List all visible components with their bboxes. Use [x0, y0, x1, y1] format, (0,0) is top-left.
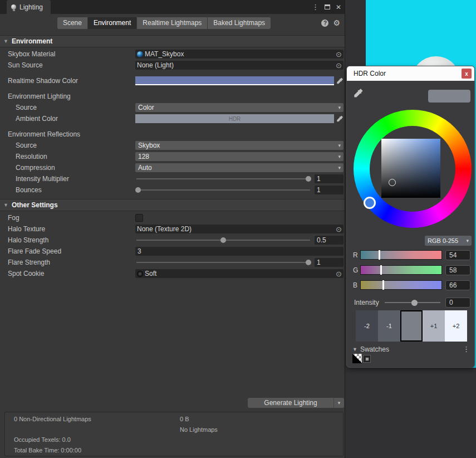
bounces-slider[interactable] — [136, 189, 310, 191]
hdr-tag: HDR — [135, 114, 334, 123]
red-channel-slider[interactable] — [360, 250, 442, 260]
value-field[interactable]: 0.5 — [315, 236, 343, 245]
slider-handle[interactable] — [382, 280, 384, 290]
dropdown-value: Skybox — [138, 142, 160, 149]
value-field[interactable]: 1 — [315, 258, 343, 267]
chevron-down-icon: ▾ — [338, 105, 341, 110]
tab-environment[interactable]: Environment — [88, 17, 136, 29]
halo-strength-slider[interactable] — [136, 240, 310, 241]
exposure-minus2[interactable]: -2 — [356, 310, 378, 342]
slider-handle[interactable] — [379, 250, 380, 260]
section-title: Environment — [12, 37, 52, 45]
slider-knob[interactable] — [306, 260, 311, 265]
new-swatch-icon[interactable] — [352, 354, 362, 363]
value-field[interactable]: 1 — [315, 174, 343, 183]
tab-scene[interactable]: Scene — [57, 17, 87, 29]
dropdown-value: Auto — [138, 164, 152, 172]
red-value-field[interactable]: 54 — [445, 250, 470, 260]
channel-label: B — [353, 281, 357, 289]
stat-size: 0 B — [180, 416, 189, 422]
object-picker-icon[interactable]: ⊙ — [336, 62, 342, 69]
other-settings-rows: Fog Halo Texture None (Texture 2D) ⊙ Hal… — [0, 211, 345, 279]
field-value: None (Light) — [137, 61, 174, 69]
alpha-bar — [135, 84, 334, 85]
source-dropdown[interactable]: Color ▾ — [135, 103, 343, 112]
intensity-label: Intensity — [354, 299, 379, 306]
intensity-multiplier-slider[interactable] — [136, 178, 310, 179]
lighting-tab[interactable]: Lighting — [7, 0, 51, 14]
intensity-value-field[interactable]: 0 — [445, 298, 470, 308]
window-title: Lighting — [19, 3, 43, 11]
env-lighting-source-row: Source Color ▾ — [0, 102, 345, 113]
object-picker-icon[interactable]: ⊙ — [336, 270, 342, 277]
field-label: Flare Strength — [0, 259, 135, 266]
swatches-menu-icon[interactable]: ⋮ — [463, 345, 470, 353]
hdr-close-button[interactable]: x — [462, 69, 472, 79]
flare-strength-row: Flare Strength 1 — [0, 257, 345, 268]
field-label: Resolution — [0, 153, 135, 160]
section-environment[interactable]: ▼ Environment — [0, 35, 345, 47]
saturation-value-box[interactable] — [381, 139, 440, 198]
help-icon[interactable]: ? — [321, 20, 328, 27]
flare-strength-slider[interactable] — [136, 262, 310, 263]
blue-channel-slider[interactable] — [360, 280, 442, 290]
eyedropper-icon[interactable] — [336, 77, 343, 85]
flare-fade-speed-field[interactable]: 3 — [135, 247, 343, 256]
saturation-value-selector[interactable] — [389, 179, 396, 186]
sun-source-field[interactable]: None (Light) ⊙ — [135, 61, 343, 70]
tab-baked-lightmaps[interactable]: Baked Lightmaps — [208, 17, 271, 29]
exposure-plus2[interactable]: +2 — [445, 310, 467, 342]
object-picker-icon[interactable]: ⊙ — [336, 51, 342, 58]
blue-channel-row: B 66 — [347, 280, 474, 290]
green-value-field[interactable]: 58 — [445, 265, 470, 275]
spot-cookie-field[interactable]: Soft ⊙ — [135, 269, 343, 278]
close-icon[interactable]: ✕ — [336, 4, 341, 11]
eyedropper-icon[interactable] — [352, 87, 364, 99]
chevron-down-icon[interactable]: ▾ — [334, 400, 344, 406]
slider-knob[interactable] — [306, 176, 311, 182]
slider-knob[interactable] — [220, 237, 226, 243]
swatches-header[interactable]: ▼ Swatches ⋮ — [352, 345, 470, 353]
eyedropper-icon[interactable] — [336, 115, 343, 123]
resolution-dropdown[interactable]: 128 ▾ — [135, 152, 343, 161]
tab-realtime-lightmaps[interactable]: Realtime Lightmaps — [137, 17, 207, 29]
shadow-color-swatch[interactable] — [135, 76, 334, 85]
cookie-texture-icon — [137, 271, 143, 277]
hue-selector[interactable] — [364, 197, 376, 209]
gear-icon[interactable]: ⚙ — [333, 19, 340, 27]
skybox-material-field[interactable]: MAT_Skybox ⊙ — [135, 50, 343, 59]
maximize-icon[interactable] — [325, 4, 330, 9]
stat-bake-time: Total Bake Time: 0:00:00 — [14, 447, 81, 454]
window-menu-icon[interactable]: ⋮ — [312, 3, 319, 11]
exposure-minus1[interactable]: -1 — [378, 310, 400, 342]
green-channel-slider[interactable] — [360, 265, 442, 275]
foldout-icon: ▼ — [352, 347, 357, 352]
chevron-down-icon: ▾ — [338, 154, 341, 159]
ambient-color-swatch[interactable]: HDR — [135, 114, 334, 123]
slider-knob[interactable] — [135, 187, 141, 193]
section-title: Other Settings — [12, 201, 58, 209]
stat-lightmap-count: 0 Non-Directional Lightmaps — [14, 416, 91, 422]
value-field[interactable]: 1 — [315, 186, 343, 194]
field-label: Compression — [0, 164, 135, 172]
compression-dropdown[interactable]: Auto ▾ — [135, 163, 343, 172]
slider-knob[interactable] — [411, 300, 418, 306]
channel-label: G — [353, 266, 358, 274]
reflections-source-dropdown[interactable]: Skybox ▾ — [135, 141, 343, 150]
exposure-plus1[interactable]: +1 — [423, 310, 445, 342]
blue-value-field[interactable]: 66 — [445, 280, 470, 290]
ambient-color-row: Ambient Color HDR — [0, 113, 345, 124]
hdr-panel-titlebar[interactable]: HDR Color x — [347, 66, 474, 81]
section-other-settings[interactable]: ▼ Other Settings — [0, 199, 345, 211]
generate-lighting-button[interactable]: Generate Lighting ▾ — [248, 398, 344, 408]
intensity-slider[interactable] — [385, 302, 440, 303]
slider-handle[interactable] — [380, 265, 382, 275]
object-picker-icon[interactable]: ⊙ — [336, 226, 342, 233]
field-label: Spot Cookie — [0, 270, 135, 277]
swatch-slot[interactable] — [363, 355, 371, 363]
halo-texture-field[interactable]: None (Texture 2D) ⊙ — [135, 225, 343, 233]
field-label: Bounces — [0, 186, 135, 194]
color-mode-dropdown[interactable]: RGB 0-255 ▾ — [425, 236, 472, 246]
fog-checkbox[interactable] — [135, 214, 143, 222]
exposure-current[interactable] — [400, 310, 423, 342]
